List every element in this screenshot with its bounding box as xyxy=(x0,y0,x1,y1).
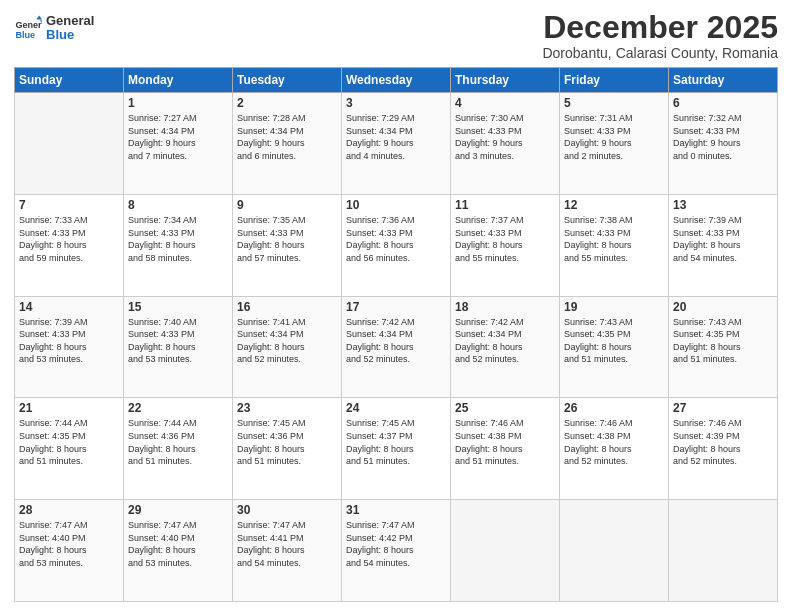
day-info: Sunrise: 7:45 AM Sunset: 4:37 PM Dayligh… xyxy=(346,417,446,467)
calendar-day-cell: 15Sunrise: 7:40 AM Sunset: 4:33 PM Dayli… xyxy=(124,296,233,398)
day-number: 24 xyxy=(346,401,446,415)
day-info: Sunrise: 7:44 AM Sunset: 4:36 PM Dayligh… xyxy=(128,417,228,467)
month-title: December 2025 xyxy=(542,10,778,45)
calendar-week-row: 21Sunrise: 7:44 AM Sunset: 4:35 PM Dayli… xyxy=(15,398,778,500)
calendar-day-cell xyxy=(669,500,778,602)
logo-icon: General Blue xyxy=(14,14,42,42)
calendar-week-row: 28Sunrise: 7:47 AM Sunset: 4:40 PM Dayli… xyxy=(15,500,778,602)
page-container: General Blue General Blue December 2025 … xyxy=(0,0,792,612)
calendar-day-cell: 11Sunrise: 7:37 AM Sunset: 4:33 PM Dayli… xyxy=(451,194,560,296)
calendar-day-cell xyxy=(560,500,669,602)
day-info: Sunrise: 7:42 AM Sunset: 4:34 PM Dayligh… xyxy=(455,316,555,366)
day-info: Sunrise: 7:31 AM Sunset: 4:33 PM Dayligh… xyxy=(564,112,664,162)
day-number: 14 xyxy=(19,300,119,314)
day-number: 25 xyxy=(455,401,555,415)
day-info: Sunrise: 7:39 AM Sunset: 4:33 PM Dayligh… xyxy=(19,316,119,366)
day-number: 16 xyxy=(237,300,337,314)
day-info: Sunrise: 7:43 AM Sunset: 4:35 PM Dayligh… xyxy=(564,316,664,366)
day-number: 20 xyxy=(673,300,773,314)
calendar-day-cell: 23Sunrise: 7:45 AM Sunset: 4:36 PM Dayli… xyxy=(233,398,342,500)
calendar-day-cell: 1Sunrise: 7:27 AM Sunset: 4:34 PM Daylig… xyxy=(124,93,233,195)
day-info: Sunrise: 7:46 AM Sunset: 4:38 PM Dayligh… xyxy=(455,417,555,467)
header-thursday: Thursday xyxy=(451,68,560,93)
calendar-day-cell xyxy=(15,93,124,195)
day-info: Sunrise: 7:36 AM Sunset: 4:33 PM Dayligh… xyxy=(346,214,446,264)
day-info: Sunrise: 7:45 AM Sunset: 4:36 PM Dayligh… xyxy=(237,417,337,467)
day-number: 1 xyxy=(128,96,228,110)
calendar-day-cell: 24Sunrise: 7:45 AM Sunset: 4:37 PM Dayli… xyxy=(342,398,451,500)
day-info: Sunrise: 7:38 AM Sunset: 4:33 PM Dayligh… xyxy=(564,214,664,264)
logo: General Blue General Blue xyxy=(14,14,94,43)
svg-text:General: General xyxy=(15,20,42,30)
calendar-day-cell: 29Sunrise: 7:47 AM Sunset: 4:40 PM Dayli… xyxy=(124,500,233,602)
day-info: Sunrise: 7:32 AM Sunset: 4:33 PM Dayligh… xyxy=(673,112,773,162)
calendar-header: Sunday Monday Tuesday Wednesday Thursday… xyxy=(15,68,778,93)
day-info: Sunrise: 7:44 AM Sunset: 4:35 PM Dayligh… xyxy=(19,417,119,467)
title-section: December 2025 Dorobantu, Calarasi County… xyxy=(542,10,778,61)
calendar-day-cell: 7Sunrise: 7:33 AM Sunset: 4:33 PM Daylig… xyxy=(15,194,124,296)
day-number: 27 xyxy=(673,401,773,415)
day-info: Sunrise: 7:41 AM Sunset: 4:34 PM Dayligh… xyxy=(237,316,337,366)
day-info: Sunrise: 7:40 AM Sunset: 4:33 PM Dayligh… xyxy=(128,316,228,366)
day-info: Sunrise: 7:47 AM Sunset: 4:42 PM Dayligh… xyxy=(346,519,446,569)
header-saturday: Saturday xyxy=(669,68,778,93)
header-monday: Monday xyxy=(124,68,233,93)
day-number: 17 xyxy=(346,300,446,314)
day-number: 23 xyxy=(237,401,337,415)
day-info: Sunrise: 7:37 AM Sunset: 4:33 PM Dayligh… xyxy=(455,214,555,264)
day-number: 19 xyxy=(564,300,664,314)
day-number: 26 xyxy=(564,401,664,415)
calendar-day-cell: 2Sunrise: 7:28 AM Sunset: 4:34 PM Daylig… xyxy=(233,93,342,195)
logo-text-blue: Blue xyxy=(46,28,94,42)
day-number: 12 xyxy=(564,198,664,212)
calendar-day-cell xyxy=(451,500,560,602)
day-info: Sunrise: 7:33 AM Sunset: 4:33 PM Dayligh… xyxy=(19,214,119,264)
day-info: Sunrise: 7:34 AM Sunset: 4:33 PM Dayligh… xyxy=(128,214,228,264)
day-number: 18 xyxy=(455,300,555,314)
calendar-day-cell: 28Sunrise: 7:47 AM Sunset: 4:40 PM Dayli… xyxy=(15,500,124,602)
calendar-body: 1Sunrise: 7:27 AM Sunset: 4:34 PM Daylig… xyxy=(15,93,778,602)
calendar-day-cell: 4Sunrise: 7:30 AM Sunset: 4:33 PM Daylig… xyxy=(451,93,560,195)
day-number: 29 xyxy=(128,503,228,517)
day-number: 6 xyxy=(673,96,773,110)
day-info: Sunrise: 7:39 AM Sunset: 4:33 PM Dayligh… xyxy=(673,214,773,264)
day-number: 2 xyxy=(237,96,337,110)
day-number: 22 xyxy=(128,401,228,415)
header-wednesday: Wednesday xyxy=(342,68,451,93)
calendar-week-row: 1Sunrise: 7:27 AM Sunset: 4:34 PM Daylig… xyxy=(15,93,778,195)
header: General Blue General Blue December 2025 … xyxy=(14,10,778,61)
calendar-day-cell: 26Sunrise: 7:46 AM Sunset: 4:38 PM Dayli… xyxy=(560,398,669,500)
calendar-table: Sunday Monday Tuesday Wednesday Thursday… xyxy=(14,67,778,602)
calendar-day-cell: 5Sunrise: 7:31 AM Sunset: 4:33 PM Daylig… xyxy=(560,93,669,195)
calendar-day-cell: 12Sunrise: 7:38 AM Sunset: 4:33 PM Dayli… xyxy=(560,194,669,296)
calendar-day-cell: 27Sunrise: 7:46 AM Sunset: 4:39 PM Dayli… xyxy=(669,398,778,500)
header-sunday: Sunday xyxy=(15,68,124,93)
calendar-week-row: 7Sunrise: 7:33 AM Sunset: 4:33 PM Daylig… xyxy=(15,194,778,296)
calendar-day-cell: 13Sunrise: 7:39 AM Sunset: 4:33 PM Dayli… xyxy=(669,194,778,296)
day-info: Sunrise: 7:35 AM Sunset: 4:33 PM Dayligh… xyxy=(237,214,337,264)
calendar-day-cell: 19Sunrise: 7:43 AM Sunset: 4:35 PM Dayli… xyxy=(560,296,669,398)
day-number: 15 xyxy=(128,300,228,314)
day-number: 9 xyxy=(237,198,337,212)
calendar-day-cell: 9Sunrise: 7:35 AM Sunset: 4:33 PM Daylig… xyxy=(233,194,342,296)
day-number: 8 xyxy=(128,198,228,212)
day-info: Sunrise: 7:47 AM Sunset: 4:41 PM Dayligh… xyxy=(237,519,337,569)
day-info: Sunrise: 7:30 AM Sunset: 4:33 PM Dayligh… xyxy=(455,112,555,162)
location-subtitle: Dorobantu, Calarasi County, Romania xyxy=(542,45,778,61)
calendar-day-cell: 10Sunrise: 7:36 AM Sunset: 4:33 PM Dayli… xyxy=(342,194,451,296)
calendar-day-cell: 8Sunrise: 7:34 AM Sunset: 4:33 PM Daylig… xyxy=(124,194,233,296)
day-number: 10 xyxy=(346,198,446,212)
day-info: Sunrise: 7:28 AM Sunset: 4:34 PM Dayligh… xyxy=(237,112,337,162)
day-info: Sunrise: 7:46 AM Sunset: 4:39 PM Dayligh… xyxy=(673,417,773,467)
day-number: 31 xyxy=(346,503,446,517)
calendar-day-cell: 17Sunrise: 7:42 AM Sunset: 4:34 PM Dayli… xyxy=(342,296,451,398)
calendar-day-cell: 31Sunrise: 7:47 AM Sunset: 4:42 PM Dayli… xyxy=(342,500,451,602)
day-number: 3 xyxy=(346,96,446,110)
day-number: 30 xyxy=(237,503,337,517)
calendar-day-cell: 18Sunrise: 7:42 AM Sunset: 4:34 PM Dayli… xyxy=(451,296,560,398)
day-info: Sunrise: 7:47 AM Sunset: 4:40 PM Dayligh… xyxy=(19,519,119,569)
day-info: Sunrise: 7:43 AM Sunset: 4:35 PM Dayligh… xyxy=(673,316,773,366)
calendar-day-cell: 14Sunrise: 7:39 AM Sunset: 4:33 PM Dayli… xyxy=(15,296,124,398)
day-number: 21 xyxy=(19,401,119,415)
calendar-day-cell: 22Sunrise: 7:44 AM Sunset: 4:36 PM Dayli… xyxy=(124,398,233,500)
